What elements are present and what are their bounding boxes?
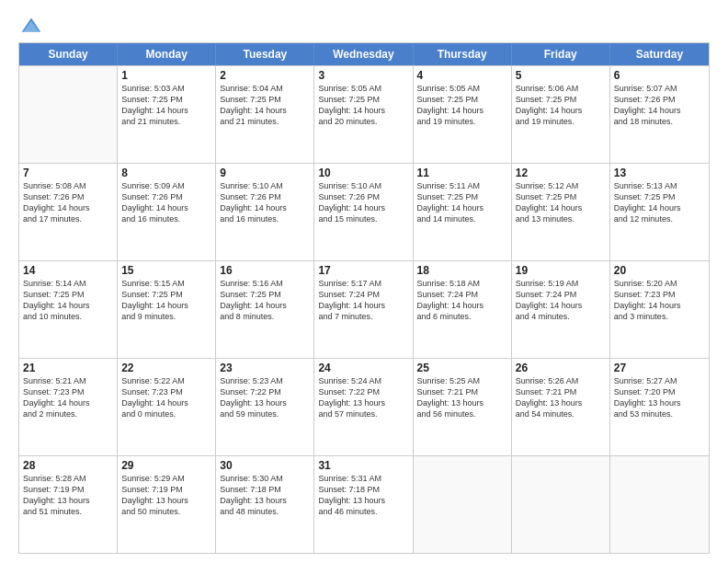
cell-info: Sunrise: 5:15 AMSunset: 7:25 PMDaylight:… (121, 278, 211, 323)
day-cell-15: 15Sunrise: 5:15 AMSunset: 7:25 PMDayligh… (118, 261, 216, 358)
day-number: 31 (318, 459, 408, 472)
day-cell-11: 11Sunrise: 5:11 AMSunset: 7:25 PMDayligh… (414, 164, 512, 260)
day-number: 6 (614, 69, 705, 82)
logo (18, 15, 42, 37)
cell-info: Sunrise: 5:10 AMSunset: 7:26 PMDaylight:… (220, 180, 310, 225)
cell-info: Sunrise: 5:29 AMSunset: 7:19 PMDaylight:… (121, 473, 211, 518)
cell-info: Sunrise: 5:23 AMSunset: 7:22 PMDaylight:… (220, 375, 310, 420)
day-cell-5: 5Sunrise: 5:06 AMSunset: 7:25 PMDaylight… (512, 66, 610, 163)
header-day-thursday: Thursday (414, 43, 512, 65)
day-cell-25: 25Sunrise: 5:25 AMSunset: 7:21 PMDayligh… (414, 359, 512, 455)
cell-info: Sunrise: 5:19 AMSunset: 7:24 PMDaylight:… (516, 278, 606, 323)
calendar-row-4: 21Sunrise: 5:21 AMSunset: 7:23 PMDayligh… (19, 358, 709, 455)
cell-info: Sunrise: 5:09 AMSunset: 7:26 PMDaylight:… (121, 180, 211, 225)
calendar-row-3: 14Sunrise: 5:14 AMSunset: 7:25 PMDayligh… (19, 260, 709, 358)
cell-info: Sunrise: 5:08 AMSunset: 7:26 PMDaylight:… (23, 180, 113, 225)
logo-general (18, 15, 42, 37)
day-cell-29: 29Sunrise: 5:29 AMSunset: 7:19 PMDayligh… (118, 456, 216, 553)
day-number: 10 (318, 167, 408, 179)
day-cell-1: 1Sunrise: 5:03 AMSunset: 7:25 PMDaylight… (118, 66, 216, 163)
day-number: 4 (417, 69, 507, 82)
day-number: 7 (23, 167, 113, 179)
day-number: 1 (121, 69, 211, 82)
calendar-row-5: 28Sunrise: 5:28 AMSunset: 7:19 PMDayligh… (19, 455, 709, 553)
cell-info: Sunrise: 5:28 AMSunset: 7:19 PMDaylight:… (23, 473, 113, 518)
day-cell-9: 9Sunrise: 5:10 AMSunset: 7:26 PMDaylight… (216, 164, 314, 260)
day-number: 11 (417, 167, 507, 179)
day-number: 17 (318, 264, 408, 277)
cell-info: Sunrise: 5:30 AMSunset: 7:18 PMDaylight:… (220, 473, 310, 518)
empty-cell (610, 456, 709, 553)
day-cell-7: 7Sunrise: 5:08 AMSunset: 7:26 PMDaylight… (19, 164, 118, 260)
empty-cell (512, 456, 610, 553)
cell-info: Sunrise: 5:31 AMSunset: 7:18 PMDaylight:… (318, 473, 408, 518)
header-day-tuesday: Tuesday (216, 43, 314, 65)
calendar-header: SundayMondayTuesdayWednesdayThursdayFrid… (19, 43, 709, 65)
day-cell-13: 13Sunrise: 5:13 AMSunset: 7:25 PMDayligh… (610, 164, 709, 260)
day-number: 20 (614, 264, 705, 277)
cell-info: Sunrise: 5:11 AMSunset: 7:25 PMDaylight:… (417, 180, 507, 225)
day-cell-19: 19Sunrise: 5:19 AMSunset: 7:24 PMDayligh… (512, 261, 610, 358)
day-cell-23: 23Sunrise: 5:23 AMSunset: 7:22 PMDayligh… (216, 359, 314, 455)
day-cell-22: 22Sunrise: 5:22 AMSunset: 7:23 PMDayligh… (118, 359, 216, 455)
day-number: 30 (220, 459, 310, 472)
day-number: 28 (23, 459, 113, 472)
day-cell-20: 20Sunrise: 5:20 AMSunset: 7:23 PMDayligh… (610, 261, 709, 358)
day-number: 25 (417, 362, 507, 374)
cell-info: Sunrise: 5:14 AMSunset: 7:25 PMDaylight:… (23, 278, 113, 323)
cell-info: Sunrise: 5:25 AMSunset: 7:21 PMDaylight:… (417, 375, 507, 420)
cell-info: Sunrise: 5:16 AMSunset: 7:25 PMDaylight:… (220, 278, 310, 323)
cell-info: Sunrise: 5:18 AMSunset: 7:24 PMDaylight:… (417, 278, 507, 323)
day-cell-2: 2Sunrise: 5:04 AMSunset: 7:25 PMDaylight… (216, 66, 314, 163)
day-cell-28: 28Sunrise: 5:28 AMSunset: 7:19 PMDayligh… (19, 456, 118, 553)
day-cell-30: 30Sunrise: 5:30 AMSunset: 7:18 PMDayligh… (216, 456, 314, 553)
day-cell-6: 6Sunrise: 5:07 AMSunset: 7:26 PMDaylight… (610, 66, 709, 163)
cell-info: Sunrise: 5:03 AMSunset: 7:25 PMDaylight:… (121, 83, 211, 128)
calendar: SundayMondayTuesdayWednesdayThursdayFrid… (18, 42, 710, 554)
calendar-body: 1Sunrise: 5:03 AMSunset: 7:25 PMDaylight… (19, 65, 709, 553)
day-cell-4: 4Sunrise: 5:05 AMSunset: 7:25 PMDaylight… (414, 66, 512, 163)
logo-icon (20, 15, 42, 37)
day-number: 19 (516, 264, 606, 277)
calendar-row-2: 7Sunrise: 5:08 AMSunset: 7:26 PMDaylight… (19, 163, 709, 260)
day-cell-26: 26Sunrise: 5:26 AMSunset: 7:21 PMDayligh… (512, 359, 610, 455)
page: SundayMondayTuesdayWednesdayThursdayFrid… (0, 0, 728, 563)
cell-info: Sunrise: 5:21 AMSunset: 7:23 PMDaylight:… (23, 375, 113, 420)
header-day-sunday: Sunday (19, 43, 118, 65)
header-day-friday: Friday (512, 43, 610, 65)
day-number: 16 (220, 264, 310, 277)
day-cell-17: 17Sunrise: 5:17 AMSunset: 7:24 PMDayligh… (314, 261, 413, 358)
day-number: 24 (318, 362, 408, 374)
header-day-wednesday: Wednesday (314, 43, 413, 65)
day-cell-27: 27Sunrise: 5:27 AMSunset: 7:20 PMDayligh… (610, 359, 709, 455)
day-cell-18: 18Sunrise: 5:18 AMSunset: 7:24 PMDayligh… (414, 261, 512, 358)
header-day-saturday: Saturday (610, 43, 709, 65)
day-number: 22 (121, 362, 211, 374)
day-number: 13 (614, 167, 705, 179)
day-cell-10: 10Sunrise: 5:10 AMSunset: 7:26 PMDayligh… (314, 164, 413, 260)
day-cell-31: 31Sunrise: 5:31 AMSunset: 7:18 PMDayligh… (314, 456, 413, 553)
day-number: 21 (23, 362, 113, 374)
day-number: 5 (516, 69, 606, 82)
day-number: 27 (614, 362, 705, 374)
cell-info: Sunrise: 5:22 AMSunset: 7:23 PMDaylight:… (121, 375, 211, 420)
day-cell-14: 14Sunrise: 5:14 AMSunset: 7:25 PMDayligh… (19, 261, 118, 358)
cell-info: Sunrise: 5:13 AMSunset: 7:25 PMDaylight:… (614, 180, 705, 225)
day-cell-3: 3Sunrise: 5:05 AMSunset: 7:25 PMDaylight… (314, 66, 413, 163)
day-number: 15 (121, 264, 211, 277)
day-number: 2 (220, 69, 310, 82)
day-cell-24: 24Sunrise: 5:24 AMSunset: 7:22 PMDayligh… (314, 359, 413, 455)
day-cell-21: 21Sunrise: 5:21 AMSunset: 7:23 PMDayligh… (19, 359, 118, 455)
day-number: 18 (417, 264, 507, 277)
cell-info: Sunrise: 5:05 AMSunset: 7:25 PMDaylight:… (318, 83, 408, 128)
day-cell-12: 12Sunrise: 5:12 AMSunset: 7:25 PMDayligh… (512, 164, 610, 260)
day-number: 3 (318, 69, 408, 82)
cell-info: Sunrise: 5:27 AMSunset: 7:20 PMDaylight:… (614, 375, 705, 420)
header-row (18, 15, 710, 37)
day-number: 9 (220, 167, 310, 179)
cell-info: Sunrise: 5:26 AMSunset: 7:21 PMDaylight:… (516, 375, 606, 420)
cell-info: Sunrise: 5:17 AMSunset: 7:24 PMDaylight:… (318, 278, 408, 323)
day-number: 12 (516, 167, 606, 179)
cell-info: Sunrise: 5:24 AMSunset: 7:22 PMDaylight:… (318, 375, 408, 420)
day-cell-8: 8Sunrise: 5:09 AMSunset: 7:26 PMDaylight… (118, 164, 216, 260)
